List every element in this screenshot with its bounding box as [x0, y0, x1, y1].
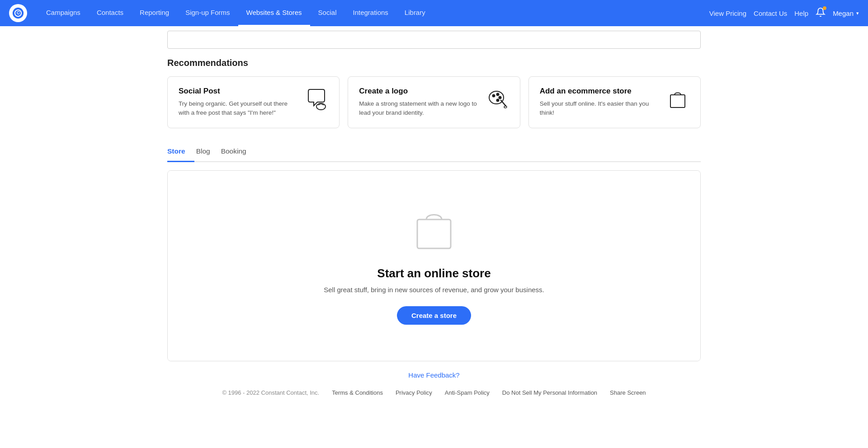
feedback-link[interactable]: Have Feedback?: [408, 371, 459, 379]
svg-rect-9: [670, 95, 685, 107]
svg-point-6: [496, 99, 499, 102]
recommendations-section: Recommendations Social Post Try being or…: [167, 58, 701, 128]
create-logo-card[interactable]: Create a logo Make a strong statement wi…: [348, 76, 520, 128]
recommendations-grid: Social Post Try being organic. Get yours…: [167, 76, 701, 128]
store-empty-desc: Sell great stuff, bring in new sources o…: [324, 286, 544, 294]
svg-rect-10: [417, 219, 451, 248]
create-logo-text: Create a logo Make a strong statement wi…: [359, 87, 477, 118]
do-not-sell-link[interactable]: Do Not Sell My Personal Information: [502, 389, 597, 396]
social-post-desc: Try being organic. Get yourself out ther…: [179, 99, 297, 118]
shopping-bag-icon: [666, 87, 689, 110]
contact-us-link[interactable]: Contact Us: [754, 9, 787, 17]
nav-reporting[interactable]: Reporting: [132, 0, 177, 26]
logo[interactable]: [9, 4, 27, 22]
add-ecommerce-card[interactable]: Add an ecommerce store Sell your stuff o…: [528, 76, 701, 128]
user-name: Megan: [833, 9, 854, 17]
add-ecommerce-desc: Sell your stuff online. It's easier than…: [540, 99, 658, 118]
search-bar[interactable]: [167, 31, 701, 49]
social-post-title: Social Post: [179, 87, 297, 96]
share-screen-link[interactable]: Share Screen: [610, 389, 646, 396]
terms-link[interactable]: Terms & Conditions: [332, 389, 383, 396]
booking-tab[interactable]: Booking: [219, 143, 255, 162]
navbar-right: View Pricing Contact Us Help Megan ▾: [709, 7, 859, 19]
chat-bubbles-icon: [305, 87, 328, 110]
nav-websites-stores[interactable]: Websites & Stores: [238, 0, 310, 26]
blog-tab[interactable]: Blog: [194, 143, 219, 162]
nav-library[interactable]: Library: [396, 0, 434, 26]
store-empty-icon: [414, 207, 454, 254]
privacy-link[interactable]: Privacy Policy: [396, 389, 432, 396]
logo-brush-icon: [486, 87, 509, 110]
nav-contacts[interactable]: Contacts: [89, 0, 132, 26]
chevron-down-icon: ▾: [856, 10, 859, 16]
notifications-bell[interactable]: [816, 7, 826, 19]
navbar: Campaigns Contacts Reporting Sign-up For…: [0, 0, 868, 26]
view-pricing-link[interactable]: View Pricing: [709, 9, 746, 17]
search-bar-row: [167, 26, 701, 54]
social-post-text: Social Post Try being organic. Get yours…: [179, 87, 297, 118]
help-link[interactable]: Help: [794, 9, 808, 17]
add-ecommerce-title: Add an ecommerce store: [540, 87, 658, 96]
social-post-card[interactable]: Social Post Try being organic. Get yours…: [167, 76, 340, 128]
notification-dot: [823, 6, 826, 10]
svg-point-4: [496, 93, 499, 96]
create-logo-desc: Make a strong statement with a new logo …: [359, 99, 477, 118]
create-logo-title: Create a logo: [359, 87, 477, 96]
tab-content: Start an online store Sell great stuff, …: [167, 170, 701, 361]
add-ecommerce-text: Add an ecommerce store Sell your stuff o…: [540, 87, 658, 118]
store-tab[interactable]: Store: [167, 143, 194, 162]
nav-links: Campaigns Contacts Reporting Sign-up For…: [38, 0, 709, 26]
nav-campaigns[interactable]: Campaigns: [38, 0, 89, 26]
antispam-link[interactable]: Anti-Spam Policy: [445, 389, 490, 396]
create-store-button[interactable]: Create a store: [397, 306, 471, 325]
copyright-text: © 1996 - 2022 Constant Contact, Inc.: [222, 389, 319, 396]
store-empty-title: Start an online store: [377, 266, 491, 280]
svg-point-5: [499, 97, 501, 99]
svg-point-1: [316, 103, 326, 110]
svg-line-7: [501, 100, 506, 107]
nav-social[interactable]: Social: [310, 0, 345, 26]
nav-integrations[interactable]: Integrations: [344, 0, 396, 26]
tabs: Store Blog Booking: [167, 143, 701, 162]
user-menu[interactable]: Megan ▾: [833, 9, 859, 17]
store-empty-state: Start an online store Sell great stuff, …: [168, 171, 700, 361]
nav-signup-forms[interactable]: Sign-up Forms: [177, 0, 238, 26]
svg-point-8: [504, 106, 507, 108]
main-content: Recommendations Social Post Try being or…: [149, 26, 719, 410]
svg-point-0: [13, 8, 24, 19]
feedback-row: Have Feedback?: [167, 361, 701, 383]
svg-point-3: [492, 95, 495, 97]
recommendations-title: Recommendations: [167, 58, 701, 68]
footer: © 1996 - 2022 Constant Contact, Inc. Ter…: [167, 383, 701, 410]
